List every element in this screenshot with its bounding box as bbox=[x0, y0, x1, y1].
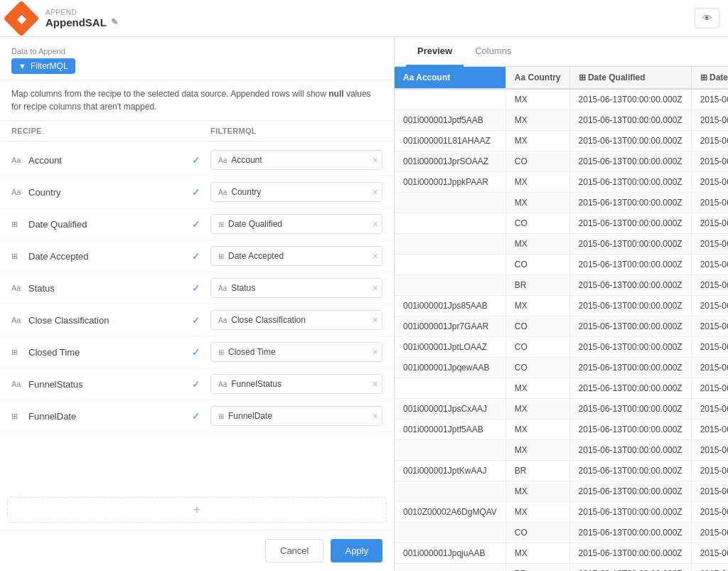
mapping-input-4[interactable]: Aa Status bbox=[210, 278, 382, 298]
tab-columns[interactable]: Columns bbox=[464, 37, 523, 67]
mapping-input-3[interactable]: ⊞ Date Accepted bbox=[210, 246, 382, 266]
target-name-0: Account bbox=[231, 155, 262, 165]
diamond-icon: ◆ bbox=[17, 11, 26, 25]
cell-country-19: MX bbox=[505, 481, 569, 502]
edit-title-icon[interactable]: ✎ bbox=[111, 17, 118, 27]
cell-account-6 bbox=[395, 213, 505, 234]
clear-mapping-button-1[interactable]: × bbox=[373, 187, 378, 197]
table-row: 001i000001Jps85AAB MX 2015-06-13T00:00:0… bbox=[395, 296, 728, 316]
recipe-field-8: ⊞ FunnelDate bbox=[11, 411, 182, 422]
clear-mapping-button-7[interactable]: × bbox=[373, 379, 378, 389]
mapping-input-8[interactable]: ⊞ FunnelDate bbox=[210, 406, 382, 426]
mapping-input-0[interactable]: Aa Account bbox=[210, 150, 382, 170]
target-type-icon-5: Aa bbox=[218, 316, 227, 324]
cell-date-qualified-19: 2015-06-13T00:00:00.000Z bbox=[569, 481, 691, 502]
cell-country-16: MX bbox=[505, 420, 569, 440]
check-icon-3: ✓ bbox=[192, 250, 200, 262]
eye-icon: 👁 bbox=[702, 13, 712, 23]
cell-account-17 bbox=[395, 440, 505, 461]
mapping-row: ⊞ Date Accepted ✓ ⊞ Date Accepted × bbox=[0, 240, 394, 272]
cell-country-0: MX bbox=[505, 89, 569, 110]
preview-table-container[interactable]: Aa Account Aa Country ⊞ Date Qualified ⊞… bbox=[395, 67, 728, 571]
cell-account-1: 001i000001Jptf5AAB bbox=[395, 110, 505, 131]
check-icon-1: ✓ bbox=[192, 186, 200, 198]
mapping-input-wrapper-7: Aa FunnelStatus × bbox=[210, 374, 382, 394]
target-type-icon-0: Aa bbox=[218, 156, 227, 164]
col-account-header: Aa Account bbox=[395, 67, 505, 89]
table-row: 001i000001Jptf5AAB MX 2015-06-13T00:00:0… bbox=[395, 110, 728, 131]
mapping-row: Aa Country ✓ Aa Country × bbox=[0, 176, 394, 208]
clear-mapping-button-4[interactable]: × bbox=[373, 283, 378, 293]
check-icon-6: ✓ bbox=[192, 346, 200, 358]
table-row: BR 2015-06-13T00:00:00.000Z 2015-06... bbox=[395, 275, 728, 296]
clear-mapping-button-6[interactable]: × bbox=[373, 347, 378, 357]
recipe-field-2: ⊞ Date Qualified bbox=[11, 219, 182, 230]
mapping-input-5[interactable]: Aa Close Classification bbox=[210, 310, 382, 330]
cell-account-0 bbox=[395, 89, 505, 110]
app-logo: ◆ APPEND AppendSAL ✎ bbox=[9, 6, 118, 31]
table-row: MX 2015-06-13T00:00:00.000Z 2015-06... bbox=[395, 440, 728, 461]
table-row: CO 2015-06-13T00:00:00.000Z 2015-06... bbox=[395, 213, 728, 234]
table-row: MX 2015-06-13T00:00:00.000Z 2015-06... bbox=[395, 378, 728, 399]
target-type-icon-2: ⊞ bbox=[218, 220, 224, 228]
cell-date-rest-19: 2015-06... bbox=[691, 481, 728, 502]
table-row: 001i000001JprSOAAZ CO 2015-06-13T00:00:0… bbox=[395, 151, 728, 172]
col-date-rest-header: ⊞ Date... bbox=[691, 67, 728, 89]
cell-date-rest-11: 2015-06... bbox=[691, 316, 728, 337]
mapping-row: ⊞ FunnelDate ✓ ⊞ FunnelDate × bbox=[0, 400, 394, 432]
mapping-input-2[interactable]: ⊞ Date Qualified bbox=[210, 214, 382, 234]
recipe-field-1: Aa Country bbox=[11, 187, 182, 198]
cell-country-4: MX bbox=[505, 172, 569, 193]
map-instructions: Map columns from the recipe to the selec… bbox=[0, 80, 394, 121]
cell-date-rest-0: 2015-06... bbox=[691, 89, 728, 110]
right-panel: PreviewColumns Aa Account Aa Country ⊞ D… bbox=[395, 37, 728, 571]
tabs-bar: PreviewColumns bbox=[395, 37, 728, 67]
cell-account-12: 001i000001JptLOAAZ bbox=[395, 337, 505, 358]
mapping-input-wrapper-8: ⊞ FunnelDate × bbox=[210, 406, 382, 426]
col-country-header: Aa Country bbox=[505, 67, 569, 89]
tab-preview[interactable]: Preview bbox=[406, 37, 464, 67]
account-col-icon: Aa bbox=[403, 73, 414, 82]
apply-button[interactable]: Apply bbox=[331, 539, 382, 562]
cell-country-20: MX bbox=[505, 502, 569, 523]
cell-date-qualified-11: 2015-06-13T00:00:00.000Z bbox=[569, 316, 691, 337]
filter-badge[interactable]: ▼ FilterMQL bbox=[11, 58, 75, 74]
eye-button[interactable]: 👁 bbox=[695, 8, 719, 28]
cell-date-rest-9: 2015-06... bbox=[691, 275, 728, 296]
add-row: + bbox=[0, 490, 394, 530]
cell-date-qualified-1: 2015-06-13T00:00:00.000Z bbox=[569, 110, 691, 131]
cell-date-rest-2: 2015-06... bbox=[691, 131, 728, 151]
cancel-button[interactable]: Cancel bbox=[265, 539, 323, 562]
date-rest-col-icon: ⊞ bbox=[700, 73, 707, 82]
table-row: BR 2015-06-13T00:00:00.000Z 2015-06... bbox=[395, 564, 728, 572]
mapping-input-1[interactable]: Aa Country bbox=[210, 182, 382, 202]
target-name-6: Closed Time bbox=[228, 347, 276, 357]
clear-mapping-button-8[interactable]: × bbox=[373, 411, 378, 421]
field-name-1: Country bbox=[28, 187, 61, 198]
cell-account-5 bbox=[395, 193, 505, 213]
table-row: 001i000001Jpr7GAAR CO 2015-06-13T00:00:0… bbox=[395, 316, 728, 337]
table-row: 001i000001JpsCxAAJ MX 2015-06-13T00:00:0… bbox=[395, 399, 728, 420]
left-panel-footer: Cancel Apply bbox=[0, 530, 394, 571]
cell-account-10: 001i000001Jps85AAB bbox=[395, 296, 505, 316]
clear-mapping-button-3[interactable]: × bbox=[373, 251, 378, 261]
check-icon-5: ✓ bbox=[192, 314, 200, 326]
field-name-3: Date Accepted bbox=[28, 251, 89, 262]
cell-date-qualified-13: 2015-06-13T00:00:00.000Z bbox=[569, 358, 691, 378]
table-row: MX 2015-06-13T00:00:00.000Z 2015-06... bbox=[395, 193, 728, 213]
field-type-icon-3: ⊞ bbox=[11, 252, 24, 261]
clear-mapping-button-0[interactable]: × bbox=[373, 155, 378, 165]
cell-date-qualified-12: 2015-06-13T00:00:00.000Z bbox=[569, 337, 691, 358]
cell-account-11: 001i000001Jpr7GAAR bbox=[395, 316, 505, 337]
mapping-input-6[interactable]: ⊞ Closed Time bbox=[210, 342, 382, 362]
date-qualified-col-icon: ⊞ bbox=[579, 73, 586, 82]
app-title-group: APPEND AppendSAL ✎ bbox=[46, 9, 118, 28]
add-mapping-button[interactable]: + bbox=[7, 497, 387, 523]
cell-date-qualified-21: 2015-06-13T00:00:00.000Z bbox=[569, 523, 691, 543]
clear-mapping-button-2[interactable]: × bbox=[373, 219, 378, 229]
mapping-input-7[interactable]: Aa FunnelStatus bbox=[210, 374, 382, 394]
recipe-field-6: ⊞ Closed Time bbox=[11, 347, 182, 358]
target-type-icon-3: ⊞ bbox=[218, 252, 224, 260]
clear-mapping-button-5[interactable]: × bbox=[373, 315, 378, 325]
table-row: 001i000001L81AHAAZ MX 2015-06-13T00:00:0… bbox=[395, 131, 728, 151]
